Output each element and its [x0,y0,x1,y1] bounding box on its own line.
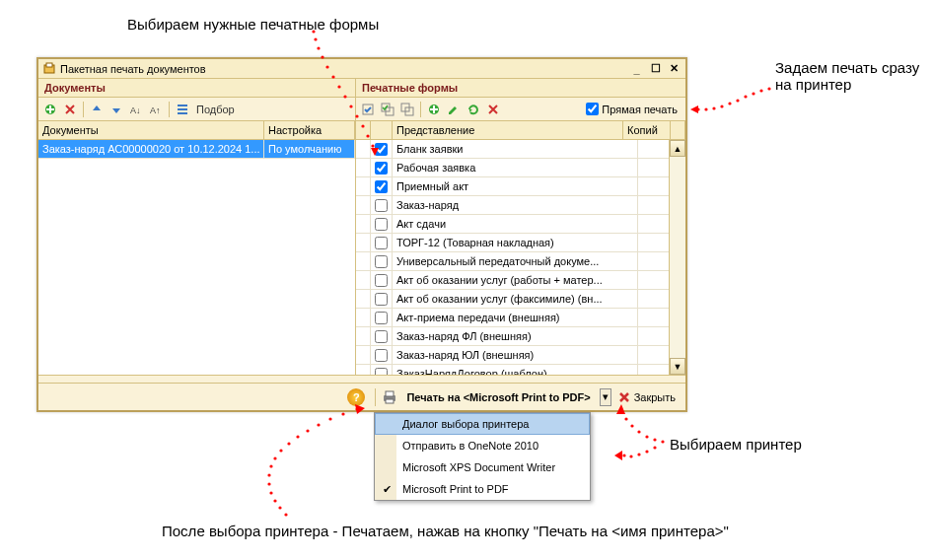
svg-point-28 [637,430,640,433]
svg-point-22 [704,107,707,110]
svg-point-40 [278,506,281,509]
svg-point-52 [328,417,331,420]
svg-point-49 [296,435,299,438]
svg-point-8 [349,105,352,107]
svg-point-12 [371,144,374,147]
printer-menu-item[interactable]: Microsoft Print to PDF [375,478,590,500]
svg-point-48 [287,442,290,445]
svg-point-42 [269,491,272,494]
svg-point-26 [653,438,656,441]
svg-marker-55 [355,404,365,414]
svg-point-11 [366,134,369,137]
svg-point-15 [759,89,762,92]
svg-marker-38 [614,451,622,460]
svg-point-30 [624,417,627,420]
svg-point-53 [341,412,344,415]
svg-point-35 [637,453,640,455]
svg-point-4 [325,65,328,68]
svg-point-5 [331,75,334,78]
svg-point-47 [279,449,282,452]
printer-dropdown-menu: Диалог выбора принтераОтправить в OneNot… [374,412,591,501]
svg-point-29 [630,424,633,427]
svg-point-27 [645,435,648,438]
svg-point-25 [661,440,664,443]
svg-marker-13 [371,148,379,156]
svg-point-39 [284,513,287,516]
svg-point-2 [317,46,320,49]
svg-point-43 [267,482,270,485]
svg-point-50 [306,429,309,432]
svg-point-3 [321,55,323,58]
printer-menu-item[interactable]: Microsoft XPS Document Writer [375,456,590,478]
printer-menu-item[interactable]: Отправить в OneNote 2010 [375,435,590,456]
svg-point-46 [273,456,276,459]
svg-point-34 [645,450,648,453]
svg-point-36 [629,455,632,457]
svg-point-19 [728,102,731,105]
svg-point-16 [752,92,754,95]
svg-marker-24 [690,105,698,113]
svg-point-7 [343,95,346,98]
svg-point-9 [355,114,358,117]
printer-menu-item[interactable]: Диалог выбора принтера [375,413,590,435]
svg-point-0 [312,30,315,33]
svg-point-18 [736,99,739,102]
svg-point-44 [267,473,270,476]
svg-point-10 [361,124,364,127]
svg-point-41 [273,499,276,502]
svg-point-17 [744,95,747,98]
svg-point-37 [622,454,625,456]
svg-marker-32 [616,404,625,414]
svg-point-14 [767,87,770,90]
svg-point-1 [314,37,317,40]
svg-point-33 [653,446,656,449]
svg-point-6 [337,85,340,88]
svg-point-20 [720,105,723,107]
svg-point-21 [712,106,715,109]
svg-point-45 [269,464,272,467]
svg-point-51 [317,423,320,426]
